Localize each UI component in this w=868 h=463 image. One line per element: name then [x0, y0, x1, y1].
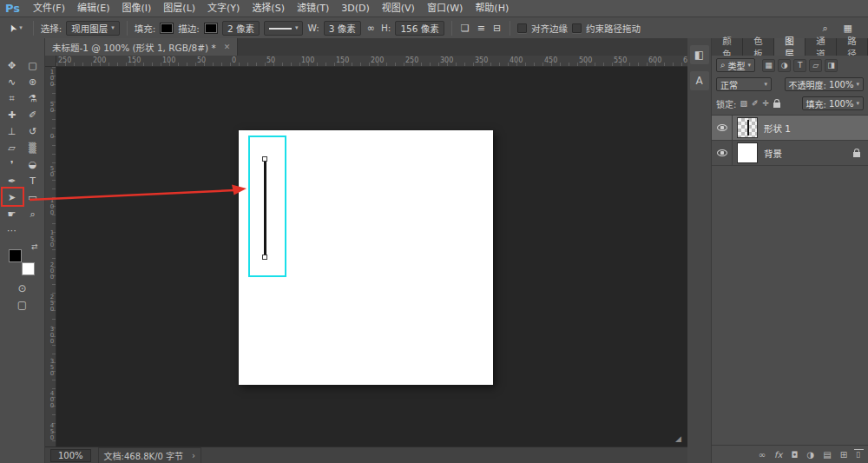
quick-mask-icon[interactable]: ⊙ — [17, 282, 26, 294]
layer-name[interactable]: 形状 1 — [764, 122, 791, 135]
path-selection-tool[interactable]: ➤ — [2, 189, 23, 206]
fill-color-swatch[interactable] — [160, 23, 174, 34]
ruler-origin-corner[interactable] — [45, 56, 56, 67]
eyedropper-tool[interactable]: ⚗ — [23, 90, 43, 107]
swap-colors-icon[interactable]: ⇄ — [31, 242, 38, 251]
move-tool[interactable]: ✥ — [2, 57, 23, 74]
lock-pixels-icon[interactable]: ✐ — [752, 99, 759, 108]
constrain-path-drag-checkbox[interactable] — [572, 23, 582, 33]
layer-style-icon[interactable]: fx — [774, 450, 782, 460]
path-alignment-icon[interactable]: ≡ — [476, 23, 487, 34]
ruler-number: 150 — [45, 228, 56, 260]
workspace-switcher-icon[interactable]: ▦ — [842, 23, 854, 34]
collapsed-character-panel-icon[interactable]: A — [690, 71, 709, 90]
pen-tool[interactable]: ✒ — [2, 173, 23, 189]
panel-tab[interactable]: 通道 — [806, 38, 837, 56]
marquee-tool[interactable]: ▢ — [23, 57, 43, 74]
panel-tab[interactable]: 图层 — [774, 38, 806, 56]
menu-item[interactable]: 帮助(H) — [469, 0, 515, 17]
layer-filter-dropdown[interactable]: ⌕ 类型 ▾ — [716, 58, 755, 72]
menu-item[interactable]: 3D(D) — [335, 0, 376, 17]
shape-height-field[interactable]: 156 像素 — [395, 21, 444, 36]
shape-tool[interactable]: ▭ — [23, 189, 43, 206]
gradient-tool[interactable]: ▒ — [23, 140, 43, 156]
document-tab[interactable]: 未标题-1 @ 100% (形状 1, RGB/8#) * ✕ — [45, 38, 238, 56]
menu-item[interactable]: 图像(I) — [116, 0, 158, 17]
fill-opacity-dropdown[interactable]: 填充: 100% ▾ — [802, 96, 864, 110]
tool-preset-picker[interactable]: ➤ ▾ — [5, 20, 26, 36]
path-arrangement-icon[interactable]: ⊟ — [491, 23, 503, 34]
link-layers-icon[interactable]: ∞ — [759, 450, 766, 460]
fill-opacity-value: 100% — [829, 99, 854, 109]
lock-transparency-icon[interactable]: ▨ — [740, 99, 747, 108]
ruler-number: 650 — [681, 56, 687, 66]
panel-tab[interactable]: 路径 — [837, 38, 868, 56]
history-brush-tool[interactable]: ↺ — [23, 123, 43, 140]
crop-tool[interactable]: ⌗ — [2, 90, 23, 107]
shape-width-field[interactable]: 3 像素 — [324, 21, 361, 36]
document-workspace[interactable]: 2502001501005005010015020025030035040045… — [45, 56, 687, 446]
brush-tool[interactable]: ✐ — [23, 107, 43, 123]
new-group-icon[interactable]: ▤ — [823, 450, 831, 460]
stroke-type-dropdown[interactable]: ▾ — [264, 21, 304, 36]
canvas[interactable] — [239, 130, 493, 385]
select-mode-dropdown[interactable]: 现用图层 ▾ — [66, 21, 120, 36]
blend-mode-dropdown[interactable]: 正常 ▾ — [716, 77, 772, 91]
path-operations-icon[interactable]: ❏ — [459, 23, 471, 34]
status-expand-icon[interactable]: › — [192, 451, 195, 460]
quick-selection-tool[interactable]: ⊛ — [23, 74, 43, 90]
visibility-cell[interactable] — [712, 141, 733, 165]
lock-all-icon[interactable] — [773, 98, 780, 109]
panel-tab[interactable]: 色板 — [743, 38, 774, 56]
new-adjustment-layer-icon[interactable]: ◑ — [806, 450, 814, 460]
type-tool[interactable]: T — [23, 173, 43, 189]
foreground-color-swatch[interactable] — [9, 249, 22, 262]
menu-item[interactable]: 选择(S) — [246, 0, 291, 17]
zoom-level-field[interactable]: 100% — [50, 449, 91, 462]
stroke-width-field[interactable]: 2 像素 — [222, 21, 260, 36]
collapsed-adjustments-panel-icon[interactable]: ◧ — [690, 45, 709, 64]
filter-type-layers-icon[interactable]: T — [793, 59, 806, 72]
delete-layer-icon[interactable]: ▯ — [856, 451, 860, 459]
stroke-color-swatch[interactable] — [204, 23, 218, 34]
filter-shape-layers-icon[interactable]: ▱ — [809, 59, 822, 72]
search-icon[interactable]: ⌕ — [820, 23, 829, 34]
menu-item[interactable]: 文件(F) — [27, 0, 71, 17]
menu-item[interactable]: 编辑(E) — [71, 0, 116, 17]
add-layer-mask-icon[interactable]: ◘ — [792, 450, 799, 460]
lock-position-icon[interactable]: ✛ — [762, 99, 769, 108]
close-tab-icon[interactable]: ✕ — [224, 43, 231, 51]
filter-pixel-layers-icon[interactable]: ▦ — [762, 59, 775, 72]
filter-adjustment-layers-icon[interactable]: ◑ — [778, 59, 791, 72]
dodge-tool[interactable]: ◒ — [23, 156, 43, 173]
opacity-dropdown[interactable]: 不透明度: 100% ▾ — [785, 77, 864, 91]
layer-row-background[interactable]: 背景 — [712, 141, 868, 166]
menu-item[interactable]: 视图(V) — [376, 0, 421, 17]
resize-grip-icon[interactable]: ◢ — [675, 434, 684, 443]
hand-tool[interactable]: ☛ — [2, 206, 23, 222]
clone-stamp-tool[interactable]: ⊥ — [2, 123, 23, 140]
align-edges-checkbox[interactable] — [517, 23, 527, 33]
background-color-swatch[interactable] — [22, 262, 35, 275]
lasso-tool[interactable]: ∿ — [2, 74, 23, 90]
healing-brush-tool[interactable]: ✚ — [2, 107, 23, 123]
document-info-field[interactable]: 文档:468.8K/0 字节 › — [98, 447, 201, 463]
new-layer-icon[interactable]: ⊞ — [840, 450, 847, 460]
menu-item[interactable]: 滤镜(T) — [291, 0, 335, 17]
filter-smart-objects-icon[interactable]: ◨ — [825, 59, 838, 72]
blur-tool[interactable]: ❜ — [2, 156, 23, 173]
screen-mode-icon[interactable]: ▢ — [17, 299, 27, 311]
eraser-tool[interactable]: ▱ — [2, 140, 23, 156]
more-tools[interactable]: ⋯ — [2, 222, 23, 239]
menu-item[interactable]: 窗口(W) — [421, 0, 469, 17]
layer-thumbnail[interactable] — [737, 117, 758, 138]
layer-row-shape-1[interactable]: 形状 1 — [712, 116, 868, 141]
layer-name[interactable]: 背景 — [764, 147, 782, 160]
visibility-cell[interactable] — [712, 116, 733, 140]
menu-item[interactable]: 文字(Y) — [201, 0, 246, 17]
layer-thumbnail[interactable] — [737, 142, 758, 163]
panel-tab[interactable]: 颜色 — [712, 38, 743, 56]
menu-item[interactable]: 图层(L) — [157, 0, 201, 17]
zoom-tool[interactable]: ⌕ — [23, 206, 43, 222]
link-dimensions-icon[interactable]: ∞ — [365, 23, 377, 34]
